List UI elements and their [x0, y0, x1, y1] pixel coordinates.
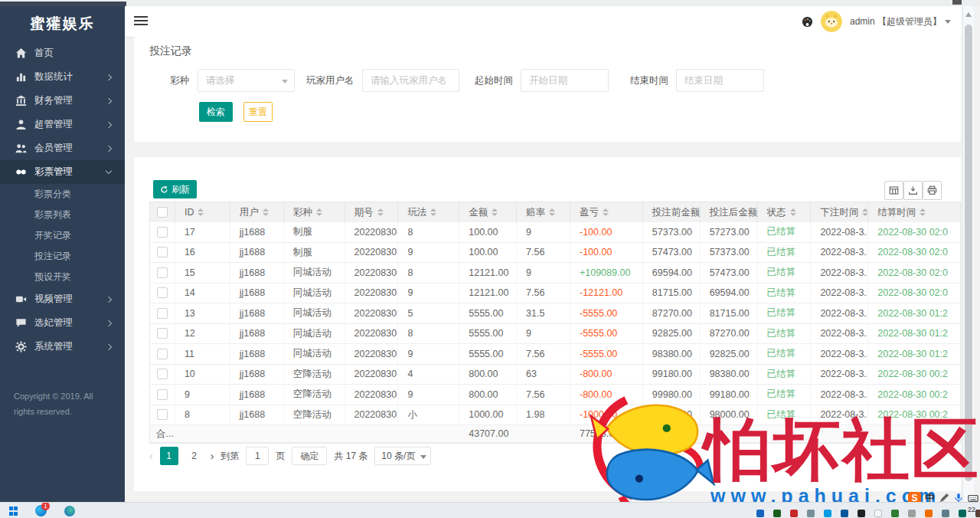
- sidebar-nav: 首页数据统计财务管理超管管理会员管理彩票管理彩票分类彩票列表开奖记录投注记录预设…: [0, 41, 125, 359]
- username-input[interactable]: [363, 70, 459, 91]
- scrollbar[interactable]: [962, 6, 974, 502]
- tray-icon[interactable]: [891, 510, 899, 517]
- columns-icon[interactable]: [884, 181, 903, 200]
- row-checkbox[interactable]: [157, 328, 168, 339]
- sidebar-subitem-4[interactable]: 预设开奖: [0, 267, 125, 287]
- sidebar-subitem-3[interactable]: 投注记录: [0, 246, 125, 267]
- sidebar-item-1[interactable]: 数据统计: [0, 65, 125, 89]
- select-value: 请选择: [206, 75, 235, 86]
- tray-icon[interactable]: [773, 510, 781, 517]
- tray-icon[interactable]: [790, 510, 798, 517]
- tray-icon[interactable]: [858, 510, 865, 517]
- page-button-2[interactable]: 2: [185, 447, 204, 465]
- sort-icon[interactable]: [263, 208, 269, 216]
- tray-icon[interactable]: [841, 510, 848, 517]
- table-row: 11jj1688同城活动20220830..95555.007.56-5555.…: [150, 344, 960, 365]
- tray-icon[interactable]: [925, 510, 933, 517]
- prev-page-button[interactable]: ‹: [149, 450, 153, 462]
- sidebar-subitem-2[interactable]: 开奖记录: [0, 225, 125, 246]
- tray-icon[interactable]: [874, 510, 882, 517]
- menu-toggle-icon[interactable]: [134, 16, 148, 27]
- page-jump-input[interactable]: [246, 447, 269, 465]
- sort-icon[interactable]: [316, 208, 322, 216]
- tray-icon[interactable]: [908, 510, 916, 517]
- summary-cell: [398, 425, 459, 442]
- browser-corner: [952, 0, 962, 5]
- sort-icon[interactable]: [603, 208, 609, 216]
- row-checkbox[interactable]: [157, 389, 168, 400]
- row-checkbox[interactable]: [157, 308, 168, 319]
- lottery-type-select[interactable]: 请选择: [198, 69, 295, 92]
- page-size-select[interactable]: 10 条/页: [374, 447, 431, 465]
- page-title: 投注记录: [149, 44, 192, 58]
- sort-icon[interactable]: [790, 208, 796, 216]
- sidebar-subitem-1[interactable]: 彩票列表: [0, 205, 125, 225]
- row-checkbox[interactable]: [157, 287, 168, 298]
- table-cell: 2022-08-30 02:0: [868, 222, 960, 242]
- table-cell: 8: [175, 405, 230, 425]
- sidebar-item-3[interactable]: 超管管理: [0, 113, 125, 136]
- sort-icon[interactable]: [198, 208, 204, 216]
- tray-icon[interactable]: [824, 510, 831, 517]
- table-cell: 98000.00: [701, 405, 758, 425]
- sidebar-item-7[interactable]: 选妃管理: [0, 311, 125, 335]
- tray-icon[interactable]: [942, 510, 949, 517]
- avatar[interactable]: [821, 11, 842, 32]
- sidebar-subitem-0[interactable]: 彩票分类: [0, 184, 125, 205]
- sidebar-item-2[interactable]: 财务管理: [0, 89, 125, 113]
- table-cell: 69594.00: [701, 284, 758, 303]
- table-cell: 2022-08-30 00:2: [868, 385, 960, 405]
- column-header-11: 下注时间: [811, 202, 868, 222]
- theme-palette-icon[interactable]: [802, 16, 813, 28]
- summary-cell: [230, 425, 284, 442]
- sort-icon[interactable]: [430, 208, 436, 216]
- tray-icon[interactable]: [756, 510, 764, 517]
- row-checkbox[interactable]: [157, 267, 168, 278]
- confirm-button[interactable]: 确定: [292, 447, 327, 465]
- row-checkbox[interactable]: [157, 349, 168, 359]
- admin-menu[interactable]: admin 【超级管理员】: [850, 15, 951, 28]
- row-checkbox[interactable]: [157, 227, 168, 238]
- table-cell: 2022-08-30 00:2: [868, 405, 960, 425]
- sort-icon[interactable]: [549, 208, 555, 216]
- scrollbar-thumb[interactable]: [965, 25, 972, 481]
- taskbar: 1 22: [0, 502, 980, 518]
- refresh-button[interactable]: 刷新: [153, 180, 197, 198]
- sidebar-item-8[interactable]: 系统管理: [0, 335, 125, 359]
- sidebar-item-5[interactable]: 彩票管理: [0, 160, 125, 184]
- start-date-input[interactable]: [521, 70, 608, 91]
- table-cell: 2022-08-3..: [811, 284, 868, 303]
- table-cell: 98380.00: [643, 344, 701, 364]
- table-cell: 98380.00: [701, 365, 758, 385]
- export-icon[interactable]: [903, 181, 923, 200]
- scrollbar-up-arrow[interactable]: [965, 12, 972, 17]
- system-tray: [756, 510, 980, 517]
- summary-cell: [758, 425, 812, 442]
- row-checkbox[interactable]: [157, 409, 168, 420]
- end-date-input[interactable]: [677, 70, 763, 91]
- reset-button[interactable]: 重置: [243, 102, 273, 122]
- sidebar-item-4[interactable]: 会员管理: [0, 136, 125, 160]
- search-button[interactable]: 检索: [199, 102, 233, 122]
- sidebar-item-0[interactable]: 首页: [0, 41, 125, 65]
- tray-icon[interactable]: [975, 510, 980, 517]
- browser-taskbar-icon[interactable]: 1: [35, 505, 47, 516]
- sort-icon[interactable]: [920, 208, 926, 216]
- select-all-checkbox[interactable]: [157, 207, 168, 218]
- print-icon[interactable]: [923, 181, 942, 200]
- table-cell: jj1688: [230, 263, 284, 283]
- tray-icon[interactable]: [959, 510, 966, 517]
- sidebar-item-6[interactable]: 视频管理: [0, 287, 125, 311]
- sort-icon[interactable]: [862, 208, 868, 216]
- table-body: 17jj1688制服20220830..8100.009-100.0057373…: [149, 222, 961, 444]
- row-checkbox[interactable]: [157, 369, 168, 379]
- next-page-button[interactable]: ›: [211, 450, 214, 462]
- sort-icon[interactable]: [492, 208, 498, 216]
- start-button-icon[interactable]: [9, 507, 18, 516]
- tray-icon[interactable]: [807, 510, 815, 517]
- app-taskbar-icon[interactable]: [64, 506, 75, 516]
- page-button-1[interactable]: 1: [160, 447, 178, 465]
- sort-icon[interactable]: [377, 208, 384, 216]
- chevron-right-icon: [106, 145, 112, 151]
- row-checkbox[interactable]: [157, 247, 168, 257]
